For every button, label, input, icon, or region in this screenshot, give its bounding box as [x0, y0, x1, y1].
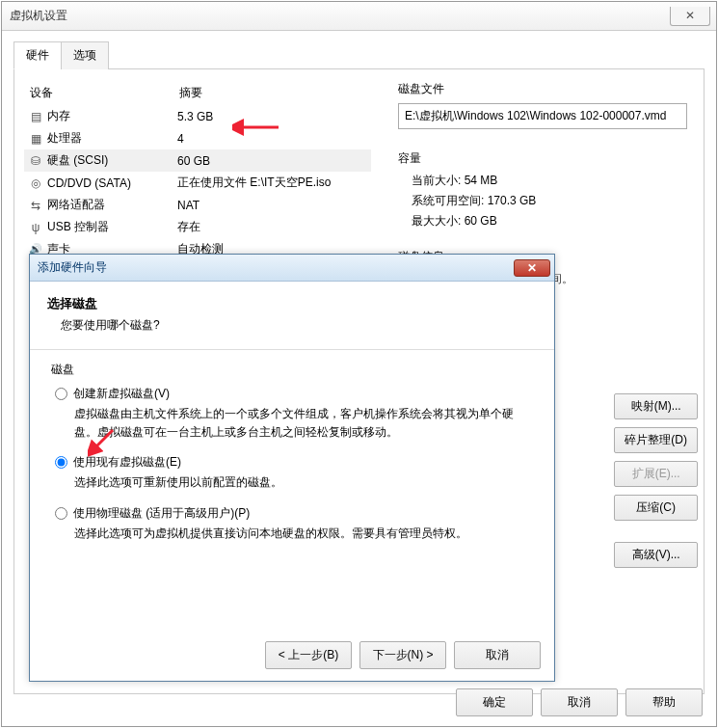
device-label: 硬盘 (SCSI) — [47, 152, 177, 169]
close-icon: ✕ — [685, 9, 695, 22]
device-value: 正在使用文件 E:\IT天空PE.iso — [177, 175, 331, 191]
tab-options[interactable]: 选项 — [61, 41, 109, 69]
tabstrip: 硬件 选项 — [13, 40, 705, 69]
hardware-row[interactable]: 内存5.3 GB — [24, 105, 371, 127]
device-value: 存在 — [177, 219, 200, 235]
ok-button[interactable]: 确定 — [456, 688, 533, 716]
advanced-button[interactable]: 高级(V)... — [614, 542, 698, 568]
hardware-row[interactable]: USB 控制器存在 — [24, 216, 371, 238]
current-size: 当前大小: 54 MB — [412, 173, 687, 189]
close-icon: ✕ — [527, 261, 537, 275]
device-icon — [28, 110, 43, 123]
disk-group-label: 磁盘 — [51, 362, 533, 378]
hardware-row[interactable]: 网络适配器NAT — [24, 194, 371, 216]
device-value: NAT — [177, 199, 199, 212]
hardware-row[interactable]: 处理器4 — [24, 127, 371, 149]
close-button[interactable]: ✕ — [670, 7, 710, 26]
wizard-subheading: 您要使用哪个磁盘? — [61, 317, 537, 334]
radio-use-existing-label: 使用现有虚拟磁盘(E) — [73, 454, 181, 471]
wizard-titlebar: 添加硬件向导 ✕ — [30, 255, 554, 282]
next-button[interactable]: 下一步(N) > — [359, 641, 446, 669]
device-value: 5.3 GB — [177, 110, 213, 123]
device-icon — [28, 199, 43, 212]
add-hardware-wizard: 添加硬件向导 ✕ 选择磁盘 您要使用哪个磁盘? 磁盘 创建新虚拟磁盘(V) 虚拟… — [29, 254, 555, 682]
capacity-group: 容量 当前大小: 54 MB 系统可用空间: 170.3 GB 最大大小: 60… — [398, 150, 687, 229]
device-label: 网络适配器 — [47, 197, 177, 213]
device-label: 处理器 — [47, 130, 177, 147]
radio-create-new-label: 创建新虚拟磁盘(V) — [73, 386, 170, 402]
device-label: 内存 — [47, 108, 177, 124]
radio-create-new-desc: 虚拟磁盘由主机文件系统上的一个或多个文件组成，客户机操作系统会将其视为单个硬盘。… — [74, 405, 533, 441]
device-label: USB 控制器 — [47, 219, 177, 235]
radio-use-existing-input[interactable] — [55, 456, 67, 469]
device-icon — [28, 132, 43, 146]
radio-use-existing-desc: 选择此选项可重新使用以前配置的磁盘。 — [74, 473, 533, 492]
radio-physical-label: 使用物理磁盘 (适用于高级用户)(P) — [73, 505, 250, 522]
hardware-row[interactable]: CD/DVD (SATA)正在使用文件 E:\IT天空PE.iso — [24, 172, 371, 194]
compact-button[interactable]: 压缩(C) — [614, 495, 698, 521]
max-size: 最大大小: 60 GB — [412, 213, 687, 229]
device-value: 4 — [177, 132, 184, 146]
radio-physical[interactable]: 使用物理磁盘 (适用于高级用户)(P) — [55, 505, 533, 522]
hardware-row[interactable]: 硬盘 (SCSI)60 GB — [24, 149, 371, 172]
wizard-header: 选择磁盘 您要使用哪个磁盘? — [30, 282, 554, 343]
col-device: 设备 — [30, 85, 179, 101]
hardware-list-header: 设备 摘要 — [24, 81, 371, 105]
wizard-title: 添加硬件向导 — [38, 259, 107, 276]
capacity-label: 容量 — [398, 150, 687, 167]
expand-button[interactable]: 扩展(E)... — [614, 461, 698, 487]
radio-create-new[interactable]: 创建新虚拟磁盘(V) — [55, 386, 533, 402]
dialog-title: 虚拟机设置 — [10, 8, 67, 24]
radio-physical-input[interactable] — [55, 507, 67, 520]
map-button[interactable]: 映射(M)... — [614, 393, 698, 419]
disk-file-field[interactable]: E:\虚拟机\Windows 102\Windows 102-000007.vm… — [398, 103, 687, 129]
device-icon — [28, 176, 43, 190]
side-buttons: 映射(M)... 碎片整理(D) 扩展(E)... 压缩(C) 高级(V)... — [614, 393, 698, 568]
radio-use-existing[interactable]: 使用现有虚拟磁盘(E) — [55, 454, 533, 471]
device-value: 60 GB — [177, 154, 210, 168]
wizard-body: 磁盘 创建新虚拟磁盘(V) 虚拟磁盘由主机文件系统上的一个或多个文件组成，客户机… — [30, 350, 554, 567]
radio-physical-desc: 选择此选项可为虚拟机提供直接访问本地硬盘的权限。需要具有管理员特权。 — [74, 525, 533, 543]
device-icon — [28, 221, 43, 234]
wizard-close-button[interactable]: ✕ — [514, 259, 550, 277]
titlebar: 虚拟机设置 ✕ — [2, 2, 716, 31]
defrag-button[interactable]: 碎片整理(D) — [614, 427, 698, 453]
wizard-cancel-button[interactable]: 取消 — [454, 641, 541, 669]
tab-hardware[interactable]: 硬件 — [13, 41, 62, 69]
back-button[interactable]: < 上一步(B) — [265, 641, 352, 669]
cancel-button[interactable]: 取消 — [541, 688, 618, 716]
col-summary: 摘要 — [179, 85, 202, 101]
wizard-heading: 选择磁盘 — [47, 295, 537, 312]
free-space: 系统可用空间: 170.3 GB — [412, 193, 687, 209]
outer-footer-buttons: 确定 取消 帮助 — [2, 688, 716, 716]
wizard-footer: < 上一步(B) 下一步(N) > 取消 — [265, 641, 541, 669]
help-button[interactable]: 帮助 — [625, 688, 703, 716]
radio-create-new-input[interactable] — [55, 388, 67, 400]
device-icon — [28, 154, 43, 168]
disk-file-label: 磁盘文件 — [398, 81, 687, 97]
device-label: CD/DVD (SATA) — [47, 176, 177, 190]
